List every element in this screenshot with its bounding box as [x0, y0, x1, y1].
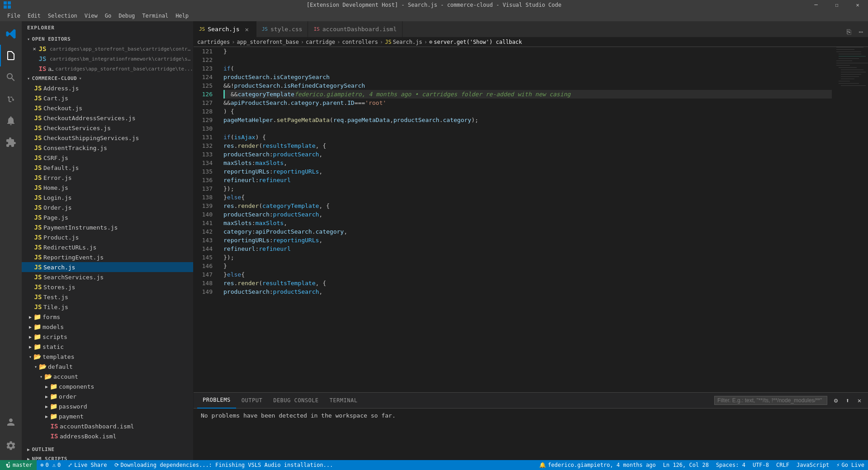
activity-accounts[interactable]: [0, 411, 22, 433]
tree-item-tile[interactable]: JS Tile.js: [22, 302, 193, 312]
activity-source-control[interactable]: [0, 88, 22, 110]
tree-folder-default[interactable]: ▾ 📂 default: [22, 362, 193, 371]
activity-search[interactable]: [0, 66, 22, 88]
tree-item-stores[interactable]: JS Stores.js: [22, 282, 193, 292]
tree-item-csrf[interactable]: JS CSRF.js: [22, 153, 193, 163]
breadcrumb-controllers[interactable]: controllers: [342, 39, 378, 45]
status-position[interactable]: Ln 126, Col 28: [659, 460, 712, 470]
minimize-button[interactable]: ─: [806, 0, 826, 10]
menu-terminal[interactable]: Terminal: [138, 10, 172, 21]
tree-item-default[interactable]: JS Default.js: [22, 163, 193, 173]
tree-item-checkout[interactable]: JS Checkout.js: [22, 103, 193, 113]
breadcrumb-cartridge[interactable]: cartridge: [306, 39, 335, 45]
filter-input[interactable]: [714, 396, 827, 405]
menu-edit[interactable]: Edit: [24, 10, 44, 21]
tree-folder-scripts[interactable]: ▶ 📁 scripts: [22, 332, 193, 342]
tree-file-accountdashboard[interactable]: IS accountDashboard.isml: [22, 421, 193, 431]
panel-tab-output[interactable]: OUTPUT: [236, 393, 268, 409]
panel-close-icon[interactable]: ✕: [854, 395, 864, 405]
status-live-preview[interactable]: ⚡ Go Live: [833, 460, 868, 470]
split-editor-button[interactable]: ⎘: [844, 26, 854, 37]
breadcrumb-callback[interactable]: ⊙ server.get('Show') callback: [429, 39, 522, 45]
activity-explorer[interactable]: [0, 45, 22, 66]
tab-searchjs-label: Search.js: [208, 26, 239, 33]
git-branch-status[interactable]: master: [0, 460, 37, 470]
tree-item-redirect[interactable]: JS RedirectURLs.js: [22, 242, 193, 252]
status-lineending[interactable]: CRLF: [773, 460, 793, 470]
menu-go[interactable]: Go: [101, 10, 115, 21]
tree-folder-forms[interactable]: ▶ 📁 forms: [22, 312, 193, 322]
tree-folder-templates[interactable]: ▾ 📂 templates: [22, 352, 193, 362]
tree-item-reporting[interactable]: JS ReportingEvent.js: [22, 252, 193, 262]
tree-folder-payment[interactable]: ▶ 📁 payment: [22, 411, 193, 421]
breadcrumb-cartridges[interactable]: cartridges: [197, 39, 230, 45]
tree-item-payment[interactable]: JS PaymentInstruments.js: [22, 222, 193, 232]
menu-help[interactable]: Help: [172, 10, 192, 21]
status-language[interactable]: JavaScript: [793, 460, 833, 470]
tree-folder-account[interactable]: ▾ 📂 account: [22, 371, 193, 381]
tree-item-test[interactable]: JS Test.js: [22, 292, 193, 302]
tree-item-login[interactable]: JS Login.js: [22, 193, 193, 202]
tree-item-error[interactable]: JS Error.js: [22, 173, 193, 183]
tree-item-address[interactable]: JS Address.js: [22, 83, 193, 93]
menu-debug[interactable]: Debug: [115, 10, 138, 21]
tree-item-home[interactable]: JS Home.js: [22, 183, 193, 193]
code-content[interactable]: } if ( productSearch.isCategorySearch &&…: [216, 47, 832, 392]
activity-debug[interactable]: [0, 110, 22, 132]
panel-expand-icon[interactable]: ⬆: [843, 395, 853, 405]
tab-close-searchjs[interactable]: ✕: [243, 26, 251, 33]
menu-file[interactable]: File: [4, 10, 24, 21]
open-editors-section[interactable]: ▾ OPEN EDITORS: [22, 34, 193, 44]
breadcrumb-app[interactable]: app_storefront_base: [237, 39, 299, 45]
tab-searchjs[interactable]: JS Search.js ✕: [194, 21, 256, 37]
tree-folder-static[interactable]: ▶ 📁 static: [22, 342, 193, 352]
file-search: Search.js: [43, 264, 193, 271]
open-editor-dashboard[interactable]: ✕ IS accountDashboard.isml cartridges\ap…: [22, 64, 193, 74]
tab-dashboard[interactable]: IS accountDashboard.isml: [308, 21, 403, 37]
open-editor-searchjs[interactable]: ✕ JS Search.js cartridges\app_storefront…: [22, 44, 193, 54]
panel-tab-terminal[interactable]: TERMINAL: [324, 393, 363, 409]
breadcrumb-searchjs[interactable]: JS Search.js: [385, 39, 422, 45]
tree-folder-order[interactable]: ▶ 📁 order: [22, 391, 193, 401]
status-errors[interactable]: ⊗ 0 ⚠ 0: [37, 460, 64, 470]
status-liveshare[interactable]: ⤢ Live Share: [64, 460, 110, 470]
isml-file-icon: IS: [39, 65, 46, 72]
tree-item-checkoutshipping[interactable]: JS CheckoutShippingServices.js: [22, 133, 193, 143]
status-encoding[interactable]: UTF-8: [749, 460, 773, 470]
tree-item-consent[interactable]: JS ConsentTracking.js: [22, 143, 193, 153]
tree-item-searchservices[interactable]: JS SearchServices.js: [22, 272, 193, 282]
menu-selection[interactable]: Selection: [44, 10, 81, 21]
tab-stylecss[interactable]: JS style.css: [256, 21, 308, 37]
tree-item-checkoutaddress[interactable]: JS CheckoutAddressServices.js: [22, 113, 193, 123]
close-button[interactable]: ✕: [847, 0, 868, 10]
panel-tab-debug[interactable]: DEBUG CONSOLE: [268, 393, 324, 409]
activity-settings[interactable]: [0, 435, 22, 456]
code-editor[interactable]: 121 122 123 124 125 126 127 128 129 130 …: [194, 47, 868, 392]
menu-view[interactable]: View: [81, 10, 101, 21]
breadcrumb: cartridges › app_storefront_base › cartr…: [194, 37, 868, 47]
panel-settings-icon[interactable]: ⚙: [831, 395, 841, 405]
status-feedback[interactable]: 🔔 federico.giampietro, 4 months ago: [536, 460, 659, 470]
tree-item-checkoutservices[interactable]: JS CheckoutServices.js: [22, 123, 193, 133]
tree-folder-components[interactable]: ▶ 📁 components: [22, 381, 193, 391]
maximize-button[interactable]: ☐: [826, 0, 847, 10]
tree-item-page[interactable]: JS Page.js: [22, 212, 193, 222]
more-actions-button[interactable]: ⋯: [855, 26, 866, 37]
tree-item-cart[interactable]: JS Cart.js: [22, 93, 193, 103]
open-editor-stylecss[interactable]: ✕ JS style.css cartridges\bm_integration…: [22, 54, 193, 64]
outline-section[interactable]: ▶ OUTLINE: [22, 445, 193, 454]
activity-extensions[interactable]: [0, 132, 22, 153]
commerce-cloud-section[interactable]: ▾ COMMERCE-CLOUD ▾: [22, 74, 193, 83]
tree-item-order[interactable]: JS Order.js: [22, 202, 193, 212]
npm-scripts-section[interactable]: ▶ NPM SCRIPTS: [22, 454, 193, 460]
close-icon[interactable]: ✕: [31, 45, 38, 52]
panel-filter[interactable]: [714, 396, 827, 405]
tree-item-search[interactable]: JS Search.js: [22, 262, 193, 272]
tree-folder-password[interactable]: ▶ 📁 password: [22, 401, 193, 411]
folder-icon: 📁: [33, 313, 41, 320]
panel-tab-problems[interactable]: PROBLEMS: [197, 393, 236, 409]
tree-folder-models[interactable]: ▶ 📁 models: [22, 322, 193, 332]
tree-item-product[interactable]: JS Product.js: [22, 232, 193, 242]
status-spaces[interactable]: Spaces: 4: [712, 460, 749, 470]
tree-file-addressbook[interactable]: IS addressBook.isml: [22, 431, 193, 441]
